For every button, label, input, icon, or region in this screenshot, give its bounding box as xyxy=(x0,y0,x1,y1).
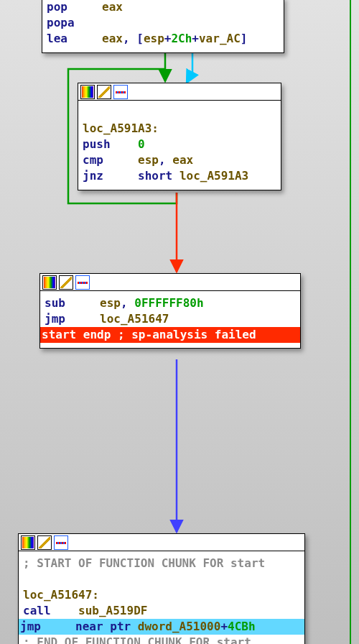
asm-line-highlighted: jmp near ptr dword_A51000+4CBh xyxy=(19,619,304,635)
graph-node-loop[interactable]: loc_A591A3: push 0 cmp esp, eax jnz shor… xyxy=(78,83,281,190)
asm-line: push 0 xyxy=(83,137,276,152)
graph-node-exit[interactable]: sub esp, 0FFFFFF80h jmp loc_A51647 start… xyxy=(39,273,301,349)
ida-graph-canvas[interactable]: pop eax popa lea eax, [esp+2Ch+var_AC] l… xyxy=(0,0,359,644)
node-titlebar xyxy=(19,534,304,551)
asm-line: jnz short loc_A591A3 xyxy=(83,168,276,184)
asm-comment: ; START OF FUNCTION CHUNK FOR start xyxy=(23,556,300,571)
asm-line: pop eax xyxy=(47,0,279,15)
graph-node-chunk[interactable]: ; START OF FUNCTION CHUNK FOR start loc_… xyxy=(18,533,305,644)
asm-line: cmp esp, eax xyxy=(83,152,276,168)
asm-label: loc_A591A3: xyxy=(83,121,276,137)
squiggle-icon[interactable] xyxy=(113,85,128,99)
asm-blank xyxy=(83,105,276,121)
edge-fallthrough xyxy=(187,50,192,83)
asm-line: lea eax, [esp+2Ch+var_AC] xyxy=(47,31,279,47)
asm-line: call sub_A519DF xyxy=(23,603,300,619)
pencil-icon[interactable] xyxy=(37,535,52,550)
asm-label: loc_A51647: xyxy=(23,587,300,603)
graph-node-entry[interactable]: pop eax popa lea eax, [esp+2Ch+var_AC] xyxy=(42,0,284,53)
squiggle-icon[interactable] xyxy=(54,535,68,550)
pencil-icon[interactable] xyxy=(59,275,73,290)
asm-line: sub esp, 0FFFFFF80h xyxy=(45,295,296,311)
squiggle-icon[interactable] xyxy=(75,275,90,290)
asm-blank xyxy=(23,571,300,587)
pencil-icon[interactable] xyxy=(97,85,111,99)
asm-comment: ; END OF FUNCTION CHUNK FOR start xyxy=(23,635,300,644)
asm-line: jmp loc_A51647 xyxy=(45,311,296,327)
node-titlebar xyxy=(78,83,281,101)
node-titlebar xyxy=(40,274,300,291)
rainbow-icon[interactable] xyxy=(21,535,35,550)
asm-line: popa xyxy=(47,15,279,31)
rainbow-icon[interactable] xyxy=(80,85,95,99)
rainbow-icon[interactable] xyxy=(42,275,57,290)
asm-error-line: start endp ; sp-analysis failed xyxy=(40,327,300,343)
